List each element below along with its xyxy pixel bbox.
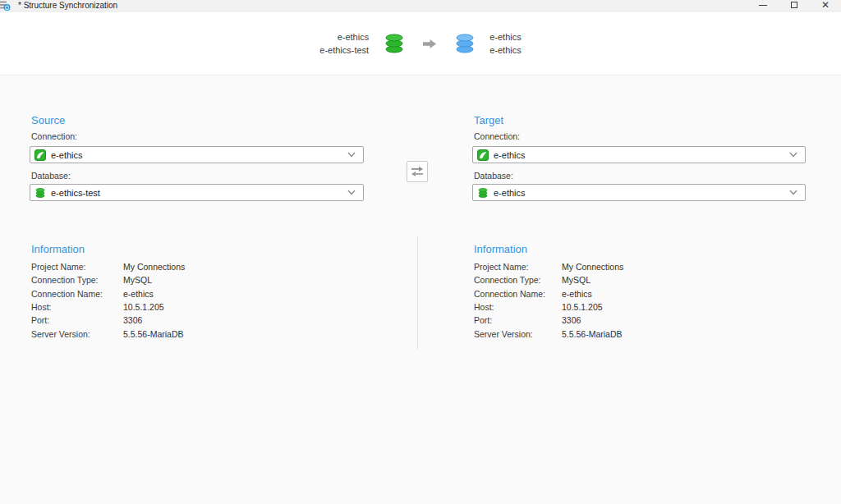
target-database-value: e-ethics bbox=[494, 188, 789, 198]
target-summary-labels: e-ethics e-ethics bbox=[489, 30, 522, 57]
target-info-heading: Information bbox=[474, 243, 527, 255]
close-button[interactable]: ✕ bbox=[813, 0, 838, 11]
swap-arrows-icon bbox=[411, 166, 424, 178]
mysql-connection-icon bbox=[34, 149, 46, 161]
maximize-button[interactable] bbox=[782, 0, 807, 11]
target-connection-dropdown[interactable]: e-ethics bbox=[472, 146, 806, 163]
info-row-connection-type: Connection Type: MySQL bbox=[474, 273, 819, 286]
target-database-name: e-ethics bbox=[489, 44, 522, 57]
mysql-connection-icon bbox=[477, 149, 489, 161]
chevron-down-icon bbox=[347, 190, 356, 195]
info-row-project-name: Project Name: My Connections bbox=[474, 260, 819, 273]
source-info-heading: Information bbox=[31, 243, 85, 255]
minimize-icon bbox=[759, 5, 767, 6]
source-database-dropdown[interactable]: e-ethics-test bbox=[30, 184, 364, 201]
chevron-down-icon bbox=[789, 152, 797, 158]
green-database-icon bbox=[34, 187, 46, 199]
info-row-host: Host: 10.5.1.205 bbox=[474, 300, 819, 314]
green-database-icon bbox=[477, 187, 489, 199]
source-summary-labels: e-ethics e-ethics-test bbox=[319, 30, 369, 57]
info-row-project-name: Project Name: My Connections bbox=[31, 260, 376, 273]
maximize-icon bbox=[791, 2, 797, 8]
green-database-icon bbox=[383, 32, 406, 55]
chevron-down-icon bbox=[789, 190, 797, 195]
target-section-heading: Target bbox=[474, 114, 503, 126]
source-connection-dropdown[interactable]: e-ethics bbox=[30, 146, 364, 163]
info-row-server-version: Server Version: 5.5.56-MariaDB bbox=[31, 327, 376, 340]
info-vertical-divider bbox=[417, 236, 418, 350]
minimize-button[interactable] bbox=[751, 0, 775, 11]
structure-sync-window: * Structure Synchronization ✕ e-ethics e… bbox=[0, 0, 841, 504]
info-row-port: Port: 3306 bbox=[31, 314, 376, 327]
info-row-host: Host: 10.5.1.205 bbox=[31, 300, 376, 314]
source-connection-label: Connection: bbox=[31, 131, 77, 141]
source-database-name: e-ethics-test bbox=[319, 44, 369, 57]
info-row-server-version: Server Version: 5.5.56-MariaDB bbox=[474, 327, 819, 340]
chevron-down-icon bbox=[347, 152, 356, 158]
source-database-label: Database: bbox=[31, 171, 71, 181]
target-database-dropdown[interactable]: e-ethics bbox=[472, 184, 806, 201]
source-section-heading: Source bbox=[31, 114, 65, 126]
info-row-connection-type: Connection Type: MySQL bbox=[31, 273, 376, 286]
source-info-list: Project Name: My Connections Connection … bbox=[31, 260, 376, 341]
target-connection-label: Connection: bbox=[474, 131, 520, 141]
info-row-port: Port: 3306 bbox=[474, 314, 819, 327]
source-database-value: e-ethics-test bbox=[51, 188, 347, 198]
swap-source-target-button[interactable] bbox=[407, 161, 428, 182]
target-connection-name: e-ethics bbox=[489, 30, 522, 44]
source-connection-value: e-ethics bbox=[51, 150, 347, 160]
title-bar: * Structure Synchronization ✕ bbox=[0, 0, 841, 11]
right-arrow-icon bbox=[422, 39, 437, 49]
structure-sync-app-icon bbox=[0, 1, 11, 11]
target-database-label: Database: bbox=[474, 171, 513, 181]
source-connection-name: e-ethics bbox=[319, 30, 369, 44]
info-row-connection-name: Connection Name: e-ethics bbox=[31, 287, 376, 300]
blue-database-icon bbox=[453, 32, 476, 55]
window-title: * Structure Synchronization bbox=[18, 1, 117, 10]
sync-summary-header: e-ethics e-ethics-test e-ethics e-ethics bbox=[0, 12, 841, 76]
info-row-connection-name: Connection Name: e-ethics bbox=[474, 287, 819, 300]
target-info-list: Project Name: My Connections Connection … bbox=[474, 260, 819, 341]
target-connection-value: e-ethics bbox=[494, 150, 789, 160]
